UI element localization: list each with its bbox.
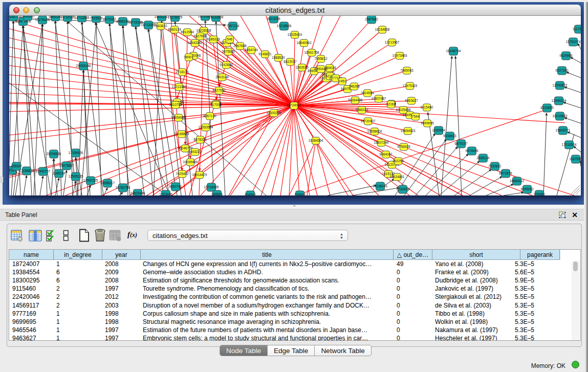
svg-text:9657791: 9657791: [169, 185, 182, 188]
svg-text:19218506: 19218506: [277, 24, 292, 28]
svg-text:10658609: 10658609: [367, 129, 382, 133]
svg-text:12444154: 12444154: [552, 99, 567, 102]
svg-text:9756928: 9756928: [397, 145, 410, 148]
svg-text:12213369: 12213369: [172, 85, 187, 89]
svg-text:14136141: 14136141: [373, 184, 388, 188]
svg-text:15720407: 15720407: [361, 119, 376, 123]
svg-text:98901: 98901: [184, 55, 193, 59]
svg-text:1610755: 1610755: [169, 103, 182, 106]
svg-text:11156829: 11156829: [19, 169, 34, 172]
svg-text:1640954: 1640954: [432, 128, 445, 132]
svg-text:12505135: 12505135: [69, 174, 83, 178]
svg-text:15751074: 15751074: [566, 40, 581, 43]
svg-text:9245052: 9245052: [520, 187, 534, 191]
svg-text:7485063: 7485063: [400, 69, 413, 72]
svg-text:8186328: 8186328: [207, 37, 220, 41]
svg-text:2451: 2451: [339, 79, 346, 83]
svg-text:16961758: 16961758: [304, 51, 319, 54]
svg-text:12093872: 12093872: [553, 83, 568, 87]
svg-text:1733426: 1733426: [396, 187, 409, 191]
svg-text:15276025: 15276025: [35, 18, 50, 21]
svg-text:12975115: 12975115: [403, 84, 418, 87]
svg-text:20364436: 20364436: [348, 98, 363, 102]
svg-text:8427552: 8427552: [212, 89, 226, 92]
svg-text:29053346: 29053346: [76, 64, 91, 68]
svg-text:10653267: 10653267: [20, 16, 35, 18]
svg-text:10025458: 10025458: [396, 108, 411, 112]
svg-text:8660124: 8660124: [168, 28, 181, 31]
svg-text:3675685: 3675685: [222, 50, 235, 53]
svg-text:5938923: 5938923: [443, 134, 456, 138]
svg-text:19654985: 19654985: [171, 116, 186, 119]
svg-text:15716485: 15716485: [204, 185, 219, 189]
svg-text:62160: 62160: [386, 102, 396, 106]
svg-text:9242848: 9242848: [220, 63, 233, 67]
svg-text:8990448: 8990448: [314, 67, 328, 71]
svg-text:7632621: 7632621: [488, 164, 502, 168]
svg-text:10973493: 10973493: [393, 54, 407, 57]
svg-text:82450?: 82450?: [245, 193, 256, 195]
svg-text:15692071: 15692071: [556, 128, 571, 132]
svg-text:7663822: 7663822: [154, 24, 167, 28]
svg-text:10923446: 10923446: [130, 191, 145, 195]
svg-text:16033809: 16033809: [209, 16, 224, 19]
svg-text:3824554: 3824554: [361, 91, 374, 95]
svg-text:9327508: 9327508: [193, 34, 207, 38]
svg-text:19654923: 19654923: [401, 129, 416, 133]
svg-text:17359926: 17359926: [69, 151, 83, 155]
svg-text:16713365: 16713365: [75, 16, 90, 19]
svg-text:9899695: 9899695: [421, 121, 434, 125]
svg-text:19166829: 19166829: [175, 132, 189, 136]
svg-text:2803144: 2803144: [215, 75, 229, 79]
svg-text:10654112: 10654112: [510, 179, 525, 183]
svg-text:9227342: 9227342: [555, 69, 569, 72]
svg-text:9084067: 9084067: [379, 152, 393, 156]
svg-text:11325419: 11325419: [288, 33, 302, 36]
svg-text:9329966: 9329966: [559, 54, 573, 57]
svg-text:12942757: 12942757: [36, 169, 51, 173]
svg-text:16640910: 16640910: [297, 41, 312, 45]
svg-text:92450?: 92450?: [294, 193, 306, 195]
svg-text:8322037: 8322037: [284, 60, 297, 63]
svg-text:2087682: 2087682: [365, 17, 378, 21]
svg-text:1362635: 1362635: [295, 65, 309, 69]
svg-text:16154808: 16154808: [375, 28, 390, 31]
svg-text:7955812: 7955812: [314, 57, 328, 60]
svg-text:9146821: 9146821: [258, 52, 272, 56]
svg-text:6879197: 6879197: [454, 142, 468, 145]
svg-text:7515526: 7515526: [90, 16, 103, 20]
svg-text:17957225: 17957225: [83, 179, 98, 182]
svg-text:18807249: 18807249: [374, 141, 389, 144]
svg-text:10653267: 10653267: [155, 16, 169, 18]
svg-text:746266: 746266: [349, 84, 360, 88]
svg-text:16210643: 16210643: [553, 114, 568, 118]
svg-text:16046758: 16046758: [178, 146, 193, 150]
svg-text:1588520: 1588520: [272, 56, 285, 59]
svg-text:8454749: 8454749: [245, 48, 258, 52]
svg-text:7986322: 7986322: [355, 108, 368, 112]
svg-text:18724007: 18724007: [287, 103, 301, 107]
svg-text:12213967: 12213967: [385, 40, 400, 44]
svg-text:19384554: 19384554: [309, 139, 323, 142]
svg-text:546: 546: [227, 37, 233, 41]
svg-text:13524851: 13524851: [390, 175, 405, 179]
svg-text:8472062: 8472062: [103, 17, 116, 21]
svg-text:16782759: 16782759: [116, 186, 130, 189]
svg-text:924504: 924504: [211, 192, 223, 195]
svg-text:252254: 252254: [393, 159, 404, 163]
svg-text:1117353: 1117353: [573, 27, 581, 31]
svg-text:18226058: 18226058: [197, 29, 211, 32]
svg-text:16099489: 16099489: [183, 160, 198, 164]
svg-text:9115460: 9115460: [421, 105, 433, 109]
svg-text:2967608: 2967608: [233, 44, 247, 48]
svg-text:8267130: 8267130: [203, 114, 216, 118]
svg-text:17016504: 17016504: [562, 143, 577, 146]
svg-text:10719185: 10719185: [60, 16, 75, 19]
svg-text:7357224: 7357224: [226, 24, 239, 28]
svg-text:12353594: 12353594: [199, 125, 213, 129]
svg-text:9463627: 9463627: [405, 99, 418, 102]
svg-text:1223448: 1223448: [159, 192, 172, 195]
svg-text:2935114: 2935114: [477, 156, 490, 160]
svg-text:8912954: 8912954: [181, 30, 194, 34]
svg-text:6466160: 6466160: [116, 19, 129, 23]
